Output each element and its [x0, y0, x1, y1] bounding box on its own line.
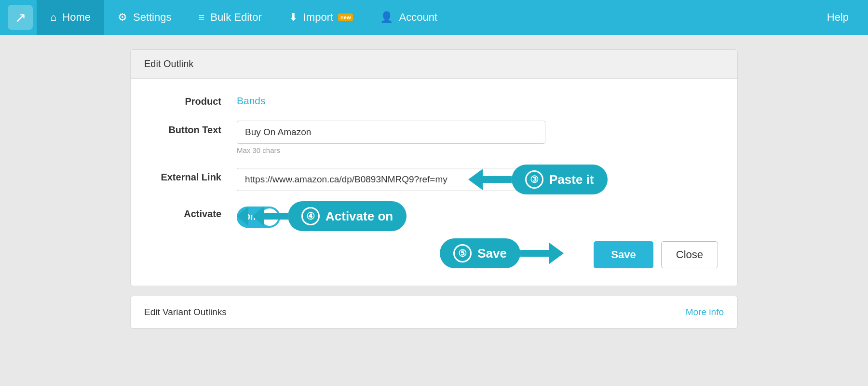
- product-label: Product: [150, 92, 237, 107]
- activate-text: Activate on: [326, 209, 393, 224]
- import-icon: ⬇: [289, 11, 298, 24]
- button-text-wrap: Max 30 chars: [237, 121, 545, 154]
- activate-arrow-head1: [237, 207, 248, 226]
- activate-label: Activate: [150, 205, 237, 220]
- save-arrow-body: [520, 250, 549, 257]
- nav-account[interactable]: 👤 Account: [366, 0, 451, 35]
- save-arrow: [520, 243, 564, 264]
- save-bubble: ⑤ Save: [440, 238, 520, 268]
- nav-account-label: Account: [399, 11, 437, 24]
- paste-callout: ③ Paste it: [468, 165, 608, 194]
- button-text-label: Button Text: [150, 121, 237, 136]
- button-text-hint: Max 30 chars: [237, 146, 545, 154]
- activate-row: Activate On: [150, 205, 718, 228]
- nav-items: ⌂ Home ⚙ Settings ≡ Bulk Editor ⬇ Import…: [37, 0, 815, 35]
- activate-arrow-head2: [252, 207, 264, 226]
- nav-home[interactable]: ⌂ Home: [37, 0, 104, 35]
- edit-outlink-body: Product Bands Button Text Max 30 chars E…: [131, 79, 737, 286]
- main-content: Edit Outlink Product Bands Button Text M…: [0, 35, 868, 353]
- nav-help[interactable]: Help: [815, 11, 860, 24]
- close-button[interactable]: Close: [661, 241, 718, 268]
- import-badge: new: [338, 14, 353, 21]
- save-arrow-head: [549, 243, 564, 264]
- more-info-link[interactable]: More info: [686, 307, 724, 317]
- nav-import[interactable]: ⬇ Import new: [275, 0, 367, 35]
- edit-outlink-card: Edit Outlink Product Bands Button Text M…: [130, 49, 738, 286]
- account-icon: 👤: [380, 11, 393, 24]
- nav-bulk-editor-label: Bulk Editor: [210, 11, 261, 24]
- edit-variant-title: Edit Variant Outlinks: [144, 307, 227, 317]
- paste-bubble: ③ Paste it: [512, 165, 608, 194]
- paste-num: ③: [525, 170, 543, 189]
- nav-bulk-editor[interactable]: ≡ Bulk Editor: [185, 0, 275, 35]
- activate-num: ④: [301, 207, 320, 225]
- activate-callout: ④ Activate on: [237, 201, 407, 231]
- logo-icon: ↗: [15, 10, 26, 26]
- activate-bubble: ④ Activate on: [288, 201, 407, 231]
- button-text-row: Button Text Max 30 chars: [150, 121, 718, 154]
- app-logo[interactable]: ↗: [8, 5, 33, 30]
- buttons-row: ⑤ Save Save Close: [150, 241, 718, 268]
- save-callout-text: Save: [477, 246, 507, 261]
- paste-arrow-body: [483, 176, 512, 183]
- edit-outlink-header: Edit Outlink: [131, 50, 737, 79]
- product-value[interactable]: Bands: [237, 92, 545, 107]
- activate-arrow-body: [264, 213, 288, 220]
- edit-variant-bar: Edit Variant Outlinks More info: [131, 296, 737, 328]
- product-row: Product Bands: [150, 92, 718, 107]
- paste-text: Paste it: [549, 172, 594, 187]
- edit-outlink-title: Edit Outlink: [144, 58, 193, 69]
- settings-icon: ⚙: [118, 11, 127, 24]
- nav-settings[interactable]: ⚙ Settings: [104, 0, 185, 35]
- button-text-input[interactable]: [237, 121, 545, 144]
- save-button[interactable]: Save: [594, 241, 653, 268]
- bulk-editor-icon: ≡: [198, 11, 204, 24]
- nav-import-label: Import: [303, 11, 333, 24]
- external-link-row: External Link ③ Paste it: [150, 168, 718, 191]
- nav-settings-label: Settings: [133, 11, 172, 24]
- external-link-label: External Link: [150, 168, 237, 183]
- paste-arrow-head: [468, 169, 483, 190]
- home-icon: ⌂: [50, 11, 56, 24]
- activate-arrow: [237, 207, 288, 226]
- save-num: ⑤: [453, 244, 472, 262]
- main-nav: ↗ ⌂ Home ⚙ Settings ≡ Bulk Editor ⬇ Impo…: [0, 0, 868, 35]
- paste-arrow: [468, 169, 512, 190]
- edit-variant-card: Edit Variant Outlinks More info: [130, 296, 738, 329]
- nav-home-label: Home: [62, 11, 91, 24]
- product-value-wrap: Bands: [237, 92, 545, 107]
- save-callout: ⑤ Save: [440, 238, 564, 268]
